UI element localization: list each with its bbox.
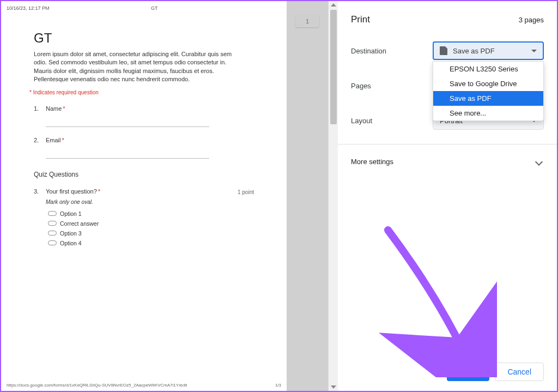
preview-page-strip: 10/16/23, 12:17 PM GT GT Lorem ipsum dol… xyxy=(1,1,295,391)
short-answer-line xyxy=(46,151,209,159)
page-footer: https://docs.google.com/forms/d/1vKeQRiL… xyxy=(7,383,281,388)
page-header-title: GT xyxy=(151,5,158,11)
panel-page-count: 3 pages xyxy=(519,16,544,24)
radio-oval-icon xyxy=(48,211,57,216)
radio-oval-icon xyxy=(48,221,57,226)
section-heading: Quiz Questions xyxy=(34,171,254,178)
option-row: Option 4 xyxy=(48,240,254,246)
more-settings-label: More settings xyxy=(351,158,393,166)
destination-option[interactable]: EPSON L3250 Series xyxy=(433,62,543,76)
print-panel: Print 3 pages Destination Save as PDF EP… xyxy=(338,1,557,391)
question-row: 2. Email * xyxy=(34,137,254,143)
page-index-tab[interactable]: 1 xyxy=(295,15,319,27)
more-settings-toggle[interactable]: More settings xyxy=(351,158,544,166)
page-index-strip: 1 xyxy=(295,1,328,391)
preview-main: 10/16/23, 12:17 PM GT GT Lorem ipsum dol… xyxy=(1,1,328,391)
panel-header: Print 3 pages xyxy=(351,14,544,25)
destination-option[interactable]: Save to Google Drive xyxy=(433,76,543,91)
page-body: GT Lorem ipsum dolor sit amet, consectet… xyxy=(1,12,287,246)
destination-label: Destination xyxy=(351,47,433,55)
page-footer-num: 1/3 xyxy=(275,383,281,388)
preview-page-1: 10/16/23, 12:17 PM GT GT Lorem ipsum dol… xyxy=(1,1,287,391)
question-label: Name xyxy=(46,105,62,112)
question-number: 2. xyxy=(34,137,46,143)
question-number: 3. xyxy=(34,188,46,195)
page-index-label: 1 xyxy=(306,18,309,25)
required-note: * Indicates required question xyxy=(29,89,254,95)
option-label: Option 4 xyxy=(60,240,82,246)
required-star: * xyxy=(98,188,100,195)
print-preview-area: 10/16/23, 12:17 PM GT GT Lorem ipsum dol… xyxy=(1,1,338,391)
chevron-down-icon xyxy=(535,158,543,165)
question-row: 1. Name * xyxy=(34,105,254,112)
chevron-down-icon xyxy=(531,50,537,52)
preview-scrollbar[interactable] xyxy=(328,1,338,391)
destination-option-selected[interactable]: Save as PDF xyxy=(433,91,543,106)
option-label: Correct answer xyxy=(60,220,99,227)
option-label: Option 1 xyxy=(60,210,82,217)
cancel-button[interactable]: Cancel xyxy=(495,363,544,381)
destination-value: Save as PDF xyxy=(453,47,495,55)
page-footer-url: https://docs.google.com/forms/d/1vKeQRiL… xyxy=(7,383,187,388)
destination-row: Destination Save as PDF EPSON L3250 Seri… xyxy=(351,41,544,60)
panel-buttons: Save Cancel xyxy=(447,363,544,381)
save-button[interactable]: Save xyxy=(447,363,489,381)
form-title: GT xyxy=(34,31,254,46)
radio-oval-icon xyxy=(48,240,57,245)
page-timestamp: 10/16/23, 12:17 PM xyxy=(7,5,50,11)
option-row: Option 1 xyxy=(48,210,254,217)
cancel-button-label: Cancel xyxy=(507,367,531,376)
option-label: Option 3 xyxy=(60,230,82,237)
radio-oval-icon xyxy=(48,231,57,236)
scroll-up-icon[interactable] xyxy=(331,3,336,7)
layout-label: Layout xyxy=(351,117,433,125)
question-hint: Mark only one oval. xyxy=(46,199,254,205)
option-row: Correct answer xyxy=(48,220,254,227)
question-points: 1 point xyxy=(238,189,254,195)
pages-label: Pages xyxy=(351,82,433,90)
required-star: * xyxy=(62,137,64,143)
app-root: 10/16/23, 12:17 PM GT GT Lorem ipsum dol… xyxy=(1,1,557,391)
form-description: Lorem ipsum dolor sit amet, consectetur … xyxy=(34,50,254,84)
panel-divider xyxy=(338,144,557,144)
question-row: 3. Your first question? * xyxy=(34,188,254,195)
scroll-thumb[interactable] xyxy=(330,10,337,124)
required-star: * xyxy=(63,105,65,112)
destination-option-seemore[interactable]: See more... xyxy=(433,106,543,120)
panel-title: Print xyxy=(351,14,370,25)
destination-select[interactable]: Save as PDF xyxy=(433,41,544,60)
short-answer-line xyxy=(46,119,209,127)
destination-dropdown: EPSON L3250 Series Save to Google Drive … xyxy=(433,61,544,121)
question-label: Your first question? xyxy=(46,188,97,195)
page-header: 10/16/23, 12:17 PM GT xyxy=(1,1,287,12)
question-number: 1. xyxy=(34,105,46,112)
save-button-label: Save xyxy=(459,367,477,376)
options-list: Option 1 Correct answer Option 3 Option … xyxy=(48,210,254,246)
question-label: Email xyxy=(46,137,61,143)
pdf-document-icon xyxy=(440,46,447,55)
option-row: Option 3 xyxy=(48,230,254,237)
scroll-down-icon[interactable] xyxy=(331,385,336,389)
